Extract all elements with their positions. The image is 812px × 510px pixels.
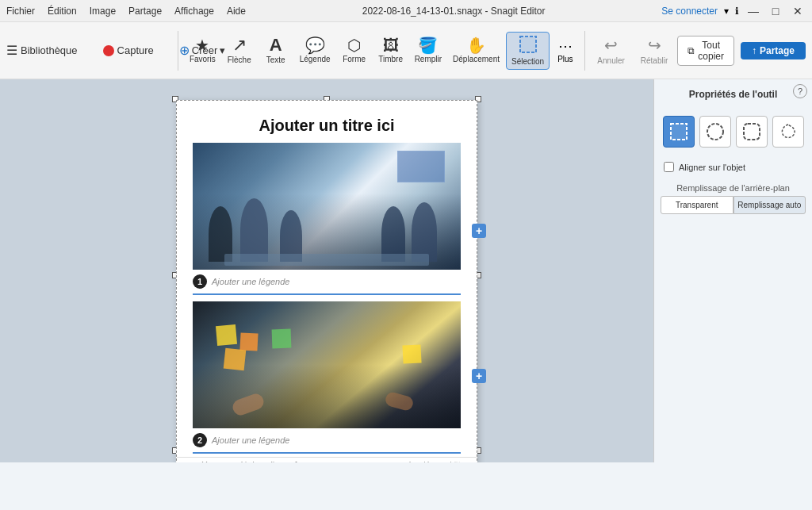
ellipse-select-button[interactable] xyxy=(699,116,731,148)
caption-num-1: 1 xyxy=(193,274,207,289)
caption-num-2: 2 xyxy=(193,433,207,447)
copy-icon: ⧉ xyxy=(688,45,695,56)
auto-fill-button[interactable]: Remplissage auto xyxy=(733,196,806,214)
deplacement-tool[interactable]: ✋ Déplacement xyxy=(448,34,504,67)
legende-tool[interactable]: 💬 Légende xyxy=(295,34,335,67)
favoris-tool[interactable]: ★ Favoris xyxy=(185,34,220,67)
shape-selectors xyxy=(661,109,806,154)
record-icon xyxy=(103,45,114,56)
forme-tool[interactable]: ⬡ Forme xyxy=(337,34,372,67)
freehand-select-button[interactable] xyxy=(772,116,804,148)
plus-button-2[interactable]: + xyxy=(472,369,486,383)
document-title[interactable]: Ajouter un titre ici xyxy=(177,101,477,143)
align-label: Aligner sur l'objet xyxy=(679,163,745,172)
undo-icon: ↩ xyxy=(604,36,618,55)
selection-tool[interactable]: Sélection xyxy=(506,32,550,70)
rect-select-button[interactable] xyxy=(663,116,695,148)
maximize-button[interactable]: □ xyxy=(768,3,783,19)
hamburger-icon: ☰ xyxy=(6,43,17,58)
main-area: Ajouter un titre ici xyxy=(0,79,812,462)
menu-bar-items: Fichier Édition Image Partage Affichage … xyxy=(6,6,246,17)
caption-text-1[interactable]: Ajouter une légende xyxy=(212,277,289,286)
menu-fichier[interactable]: Fichier xyxy=(6,6,35,17)
remplir-tool[interactable]: 🪣 Remplir xyxy=(410,34,446,67)
fill-section: Remplissage de l'arrière-plan Transparen… xyxy=(661,180,806,217)
fill-icon: 🪣 xyxy=(418,37,438,53)
menu-aide[interactable]: Aide xyxy=(227,6,246,17)
text-icon: A xyxy=(270,36,282,54)
window-title: 2022-08-16_14-13-01.snagx - Snagit Edito… xyxy=(246,6,661,17)
timbre-tool[interactable]: 🖼 Timbre xyxy=(373,34,408,67)
menu-edition[interactable]: Édition xyxy=(48,6,77,17)
fill-buttons: Transparent Remplissage auto xyxy=(661,196,806,214)
title-bar: Fichier Édition Image Partage Affichage … xyxy=(0,0,812,22)
move-icon: ✋ xyxy=(466,37,486,53)
fill-label: Remplissage de l'arrière-plan xyxy=(661,183,806,193)
close-button[interactable]: ✕ xyxy=(790,3,806,19)
toolbar-divider-2 xyxy=(584,31,585,71)
stamp-icon: 🖼 xyxy=(383,37,399,53)
align-checkbox-row: Aligner sur l'objet xyxy=(661,160,806,174)
document[interactable]: Ajouter un titre ici xyxy=(176,100,477,462)
align-checkbox[interactable] xyxy=(664,162,674,172)
doc-image-1 xyxy=(193,143,461,270)
transparent-button[interactable]: Transparent xyxy=(661,196,733,214)
rounded-select-button[interactable] xyxy=(736,116,768,148)
menu-affichage[interactable]: Affichage xyxy=(174,6,214,17)
star-icon: ★ xyxy=(195,37,209,53)
dropdown-arrow[interactable]: ▾ xyxy=(724,6,729,17)
help-button[interactable]: ? xyxy=(793,84,807,98)
caption-row-2: 2 Ajouter une légende xyxy=(193,428,461,454)
undo-button[interactable]: ↩ Annuler xyxy=(591,33,630,68)
document-wrapper: Ajouter un titre ici xyxy=(176,100,477,450)
redo-button[interactable]: ↪ Rétablir xyxy=(634,33,674,68)
fleche-tool[interactable]: ↗ Flèche xyxy=(222,33,257,67)
sign-in-link[interactable]: Se connecter xyxy=(661,6,718,17)
redo-icon: ↪ xyxy=(648,36,661,55)
doc-section-2: 2 Ajouter une légende xyxy=(193,301,461,454)
svg-rect-3 xyxy=(744,124,760,140)
selection-icon xyxy=(519,36,537,56)
capture-button[interactable]: Capture xyxy=(103,44,154,56)
arrow-icon: ↗ xyxy=(232,36,247,54)
caption-row-1: 1 Ajouter une légende xyxy=(193,270,461,295)
caption-text-2[interactable]: Ajouter une légende xyxy=(212,435,289,445)
svg-rect-1 xyxy=(671,124,687,140)
svg-rect-0 xyxy=(520,36,536,52)
window-controls: Se connecter ▾ ℹ — □ ✕ xyxy=(661,3,806,19)
undo-redo-group: ↩ Annuler ↪ Rétablir xyxy=(591,33,674,68)
minimize-button[interactable]: — xyxy=(745,3,761,19)
footer-left: Créé par : Cynthia | mardi 16 août 2022 xyxy=(193,461,318,462)
texte-tool[interactable]: A Texte xyxy=(259,33,293,67)
toolbar: ☰ Bibliothèque Capture ⊕ Créer ▾ ★ Favor… xyxy=(0,22,812,79)
more-button[interactable]: ⋯ Plus xyxy=(553,34,577,67)
share-icon: ↑ xyxy=(752,45,756,56)
action-buttons: ⧉ Tout copier ↑ Partage xyxy=(677,36,806,66)
svg-point-2 xyxy=(707,124,723,140)
callout-icon: 💬 xyxy=(305,37,325,53)
footer-right: Conçu avec TechSmith Snagit™ xyxy=(358,461,461,462)
menu-partage[interactable]: Partage xyxy=(128,6,162,17)
tool-buttons: ★ Favoris ↗ Flèche A Texte 💬 Légende ⬡ F… xyxy=(185,32,550,70)
doc-section-1: 1 Ajouter une légende xyxy=(193,143,461,295)
secondary-bar: ☰ Bibliothèque Capture ⊕ Créer ▾ xyxy=(6,38,171,63)
shape-icon: ⬡ xyxy=(347,37,361,53)
copy-all-button[interactable]: ⧉ Tout copier xyxy=(677,36,734,66)
plus-button-1[interactable]: + xyxy=(472,224,486,238)
info-icon[interactable]: ℹ xyxy=(735,6,739,17)
doc-image-2 xyxy=(193,301,461,428)
canvas-area[interactable]: Ajouter un titre ici xyxy=(0,79,653,462)
right-panel: Propriétés de l'outil ? xyxy=(653,79,812,462)
toolbar-divider-1 xyxy=(178,31,178,71)
menu-image[interactable]: Image xyxy=(90,6,116,17)
panel-title: Propriétés de l'outil xyxy=(661,86,806,103)
library-button[interactable]: ☰ Bibliothèque xyxy=(6,43,78,58)
document-footer: Créé par : Cynthia | mardi 16 août 2022 … xyxy=(177,457,477,462)
share-button[interactable]: ↑ Partage xyxy=(741,42,806,59)
